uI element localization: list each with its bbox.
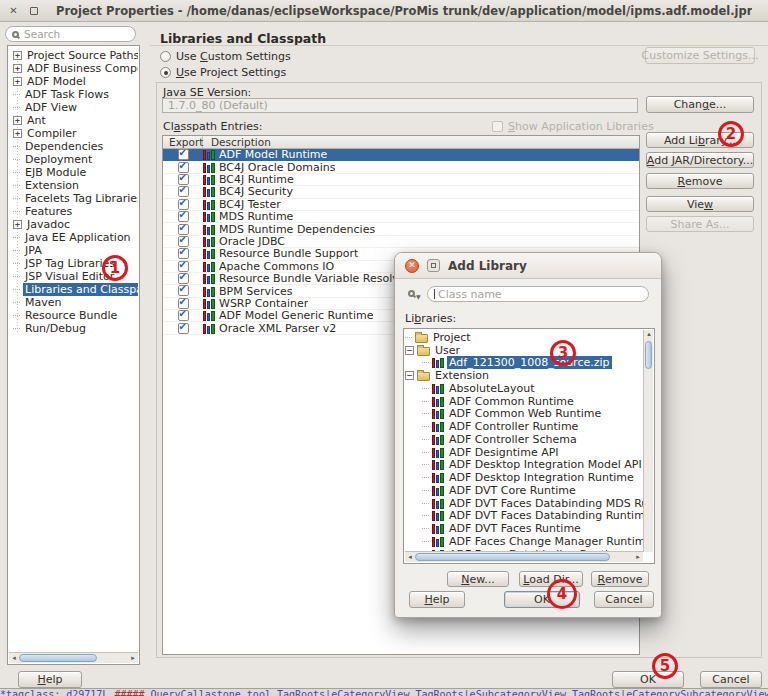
sidebar-item-ejb-module[interactable]: EJB Module — [10, 166, 138, 179]
export-checkbox[interactable] — [178, 174, 189, 185]
scroll-right-icon[interactable]: ▸ — [633, 553, 643, 561]
table-row[interactable]: ADF Model Runtime — [163, 149, 639, 161]
library-tree-item[interactable]: ADF Common Runtime — [405, 395, 643, 408]
use-custom-settings-radio[interactable]: Use Custom Settings — [160, 50, 291, 63]
sidebar-item-adf-business-component[interactable]: +ADF Business Component — [10, 62, 138, 75]
collapse-icon[interactable]: − — [405, 371, 414, 380]
library-tree-item[interactable]: ADF Designtime API — [405, 446, 643, 459]
scrollbar-thumb[interactable] — [645, 341, 652, 369]
scrollbar-thumb[interactable] — [19, 654, 97, 662]
library-tree-item[interactable]: Adf_121300_1008_source.zip — [405, 357, 643, 370]
scroll-left-icon[interactable]: ◂ — [9, 654, 19, 662]
table-row[interactable]: MDS Runtime — [163, 211, 639, 223]
library-tree-item[interactable]: ADF DVT Core Runtime — [405, 484, 643, 497]
library-tree-item[interactable]: ADF Desktop Integration Model API — [405, 459, 643, 472]
customize-settings-button[interactable]: Customize Settings... — [645, 47, 755, 64]
sidebar-item-adf-view[interactable]: ADF View — [10, 101, 138, 114]
library-tree-item[interactable]: Project — [405, 331, 643, 344]
export-checkbox[interactable] — [178, 236, 189, 247]
expand-icon[interactable]: + — [13, 116, 22, 125]
dialog-horizontal-scrollbar[interactable]: ◂ ▸ — [405, 551, 643, 562]
table-row[interactable]: BC4J Oracle Domains — [163, 161, 639, 173]
library-tree-item[interactable]: ADF DVT Faces Databinding MDS Runtime — [405, 497, 643, 510]
expand-icon[interactable]: + — [13, 77, 22, 86]
sidebar-item-dependencies[interactable]: Dependencies — [10, 140, 138, 153]
scrollbar-thumb[interactable] — [415, 553, 610, 561]
export-checkbox[interactable] — [178, 323, 189, 334]
sidebar-item-java-ee-application[interactable]: Java EE Application — [10, 231, 138, 244]
library-tree-item[interactable]: −User — [405, 344, 643, 357]
scroll-left-icon[interactable]: ◂ — [405, 553, 415, 561]
expand-icon[interactable]: + — [13, 64, 22, 73]
export-column-header[interactable]: Export — [163, 136, 203, 148]
scroll-right-icon[interactable]: ▸ — [128, 654, 138, 662]
export-checkbox[interactable] — [178, 310, 189, 321]
change-button[interactable]: Change... — [646, 96, 754, 113]
class-name-search-input[interactable]: Class name — [427, 286, 649, 302]
sidebar-item-resource-bundle[interactable]: Resource Bundle — [10, 309, 138, 322]
library-tree-item[interactable]: ADF DVT Faces Runtime — [405, 522, 643, 535]
export-checkbox[interactable] — [178, 162, 189, 173]
class-search-icon[interactable]: ▼ — [408, 290, 421, 300]
table-row[interactable]: Oracle JDBC — [163, 236, 639, 248]
export-checkbox[interactable] — [178, 149, 189, 160]
scroll-up-icon[interactable]: ▴ — [644, 330, 654, 338]
library-tree-item[interactable]: ADF DVT Faces Databinding Runtime — [405, 510, 643, 523]
export-checkbox[interactable] — [178, 199, 189, 210]
sidebar-item-libraries-and-classpath[interactable]: Libraries and Classpath — [10, 283, 138, 296]
sidebar-item-facelets-tag-libraries[interactable]: Facelets Tag Libraries — [10, 192, 138, 205]
show-application-libraries-checkbox[interactable]: Show Application Libraries — [492, 120, 654, 133]
table-row[interactable]: MDS Runtime Dependencies — [163, 223, 639, 235]
sidebar-item-run-debug[interactable]: Run/Debug — [10, 322, 138, 335]
window-maximize-icon[interactable] — [27, 4, 40, 17]
dialog-remove-button[interactable]: Remove — [591, 571, 649, 587]
dialog-help-button[interactable]: Help — [409, 591, 465, 608]
share-as-button[interactable]: Share As... — [646, 216, 754, 232]
export-checkbox[interactable] — [178, 261, 189, 272]
view-button[interactable]: View — [646, 196, 754, 212]
use-project-settings-radio[interactable]: Use Project Settings — [160, 66, 286, 79]
sidebar-item-javadoc[interactable]: +Javadoc — [10, 218, 138, 231]
sidebar-item-features[interactable]: Features — [10, 205, 138, 218]
sidebar-horizontal-scrollbar[interactable]: ◂ ▸ — [9, 652, 138, 663]
export-checkbox[interactable] — [178, 298, 189, 309]
sidebar-item-adf-task-flows[interactable]: ADF Task Flows — [10, 88, 138, 101]
library-tree-item[interactable]: ADF Desktop Integration Runtime — [405, 471, 643, 484]
collapse-icon[interactable]: − — [405, 346, 414, 355]
dialog-vertical-scrollbar[interactable]: ▴ — [643, 330, 653, 552]
sidebar-item-compiler[interactable]: +Compiler — [10, 127, 138, 140]
window-close-icon[interactable]: ✕ — [7, 4, 20, 17]
library-tree-item[interactable]: AbsoluteLayout — [405, 382, 643, 395]
cancel-button[interactable]: Cancel — [700, 671, 762, 688]
add-jar-directory-button[interactable]: Add JAR/Directory... — [646, 152, 754, 168]
export-checkbox[interactable] — [178, 273, 189, 284]
dialog-restore-icon[interactable] — [427, 259, 440, 272]
export-checkbox[interactable] — [178, 285, 189, 296]
expand-icon[interactable]: + — [13, 129, 22, 138]
library-tree-item[interactable]: ADF Common Web Runtime — [405, 408, 643, 421]
sidebar-item-extension[interactable]: Extension — [10, 179, 138, 192]
remove-button[interactable]: Remove — [646, 173, 754, 189]
export-checkbox[interactable] — [178, 211, 189, 222]
dialog-cancel-button[interactable]: Cancel — [594, 591, 654, 608]
export-checkbox[interactable] — [178, 224, 189, 235]
description-column-header[interactable]: Description — [203, 136, 271, 148]
table-row[interactable]: BC4J Runtime — [163, 174, 639, 186]
library-tree-item[interactable]: ADF Controller Schema — [405, 433, 643, 446]
export-checkbox[interactable] — [178, 186, 189, 197]
sidebar-item-adf-model[interactable]: +ADF Model — [10, 75, 138, 88]
sidebar-item-deployment[interactable]: Deployment — [10, 153, 138, 166]
table-row[interactable]: BC4J Tester — [163, 199, 639, 211]
export-checkbox[interactable] — [178, 248, 189, 259]
expand-icon[interactable]: + — [13, 51, 22, 60]
sidebar-search-input[interactable]: Search — [5, 26, 136, 42]
sidebar-item-project-source-paths[interactable]: +Project Source Paths — [10, 49, 138, 62]
library-tree-item[interactable]: ADF Faces Change Manager Runtime 11 — [405, 535, 643, 548]
library-tree-item[interactable]: −Extension — [405, 369, 643, 382]
dialog-close-icon[interactable]: ✕ — [405, 259, 419, 273]
expand-icon[interactable]: + — [13, 220, 22, 229]
java-se-version-field[interactable]: 1.7.0_80 (Default) — [162, 98, 638, 113]
sidebar-item-maven[interactable]: Maven — [10, 296, 138, 309]
help-button[interactable]: Help — [18, 671, 82, 688]
library-tree-item[interactable]: ADF Controller Runtime — [405, 420, 643, 433]
